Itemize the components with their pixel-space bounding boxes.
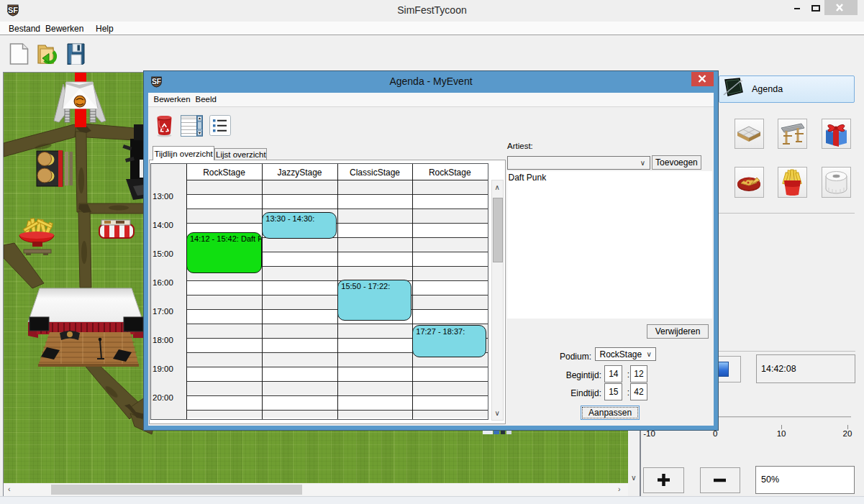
- svg-text:SF: SF: [8, 6, 18, 14]
